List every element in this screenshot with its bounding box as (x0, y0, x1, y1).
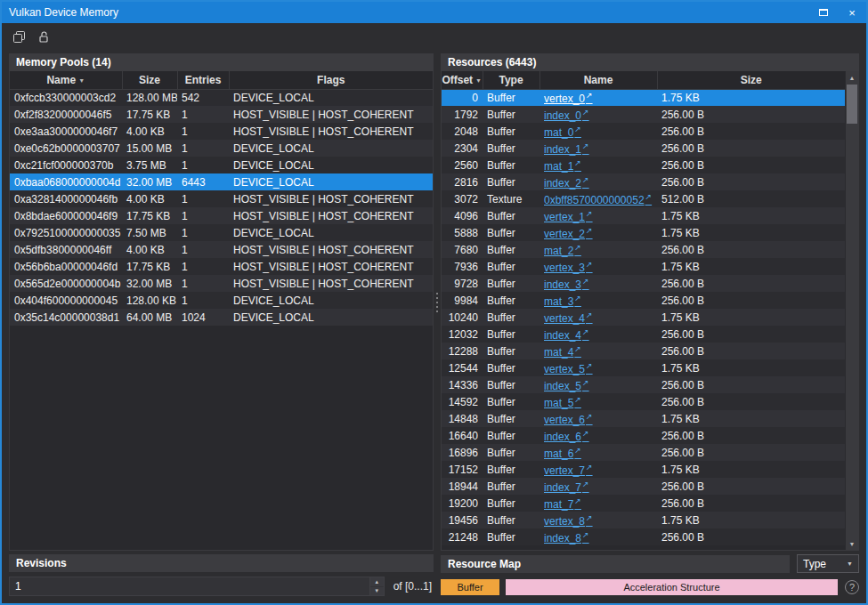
resource-link[interactable]: vertex_4↗ (544, 312, 593, 325)
memory-pools-table: Name▼ Size Entries Flags 0xfccb330000003… (10, 71, 433, 326)
memory-pool-row[interactable]: 0xe0c62b000000370715.00 MB1DEVICE_LOCAL (10, 140, 433, 157)
resource-row[interactable]: 17152Buffervertex_7↗1.75 KB (442, 461, 845, 478)
resource-row[interactable]: 19200Buffermat_7↗256.00 B (442, 495, 845, 512)
resource-row[interactable]: 2816Bufferindex_2↗256.00 B (442, 173, 845, 190)
column-header-pool-name[interactable]: Name▼ (10, 71, 122, 89)
resource-row[interactable]: 16640Bufferindex_6↗256.00 B (442, 427, 845, 444)
spin-down-icon[interactable]: ▼ (370, 586, 384, 596)
resource-link[interactable]: vertex_0↗ (544, 93, 593, 105)
column-label: Name (584, 74, 613, 86)
resource-link[interactable]: index_8↗ (544, 532, 589, 544)
resource-link[interactable]: 0xbff8570000000052↗ (544, 194, 652, 206)
column-header-pool-size[interactable]: Size (122, 71, 177, 89)
resource-link[interactable]: index_1↗ (544, 143, 589, 156)
resource-row[interactable]: 7680Buffermat_2↗256.00 B (442, 241, 845, 258)
resource-row[interactable]: 14592Buffermat_5↗256.00 B (442, 393, 845, 410)
memory-pool-row[interactable]: 0xc21fcf000000370b3.75 MB1DEVICE_LOCAL (10, 157, 433, 173)
resource-link[interactable]: mat_6↗ (544, 448, 581, 460)
resource-link[interactable]: vertex_8↗ (544, 515, 593, 528)
memory-pool-row[interactable]: 0x8bdae600000046f917.75 KB1HOST_VISIBLE … (10, 207, 433, 224)
scrollbar-thumb[interactable] (847, 85, 857, 124)
column-header-pool-flags[interactable]: Flags (229, 71, 433, 89)
spin-up-icon[interactable]: ▲ (370, 577, 384, 586)
resource-row[interactable]: 2304Bufferindex_1↗256.00 B (442, 140, 845, 157)
resource-link[interactable]: vertex_7↗ (544, 464, 593, 477)
resource-row[interactable]: 19456Buffervertex_8↗1.75 KB (442, 512, 845, 528)
resources-scrollbar[interactable]: ▲ ▼ (845, 71, 858, 550)
resource-row[interactable]: 10240Buffervertex_4↗1.75 KB (442, 309, 845, 326)
resource-link[interactable]: index_7↗ (544, 481, 589, 494)
column-header-pool-entries[interactable]: Entries (177, 71, 229, 89)
close-button[interactable]: × (845, 5, 859, 20)
resource-link[interactable]: index_5↗ (544, 380, 589, 392)
memory-pool-row[interactable]: 0xf2f83200000046f517.75 KB1HOST_VISIBLE … (10, 106, 433, 123)
resource-link[interactable]: vertex_1↗ (544, 211, 593, 223)
resource-map-segment[interactable]: Acceleration Structure (506, 579, 838, 595)
memory-pool-row[interactable]: 0xbaa068000000004d32.00 MB6443DEVICE_LOC… (10, 173, 433, 190)
resource-row[interactable]: 21248Bufferindex_8↗256.00 B (442, 528, 845, 545)
resource-row[interactable]: 2048Buffermat_0↗256.00 B (442, 123, 845, 140)
resource-link[interactable]: index_6↗ (544, 431, 589, 443)
resource-link[interactable]: mat_7↗ (544, 498, 581, 511)
resource-row[interactable]: 14336Bufferindex_5↗256.00 B (442, 376, 845, 393)
scroll-down-icon[interactable]: ▼ (846, 537, 858, 550)
panel-splitter[interactable] (434, 53, 441, 551)
resource-link[interactable]: mat_3↗ (544, 295, 581, 308)
resource-row[interactable]: 9728Bufferindex_3↗256.00 B (442, 275, 845, 292)
pool-name-cell: 0xe3aa3000000046f7 (10, 123, 122, 140)
resource-row[interactable]: 14848Buffervertex_6↗1.75 KB (442, 410, 845, 427)
memory-pool-row[interactable]: 0x5dfb3800000046ff4.00 KB1HOST_VISIBLE |… (10, 241, 433, 258)
resource-link[interactable]: mat_0↗ (544, 126, 581, 139)
resource-row[interactable]: 0Buffervertex_0↗1.75 KB (442, 89, 845, 106)
resource-row[interactable]: 18944Bufferindex_7↗256.00 B (442, 478, 845, 495)
resource-link[interactable]: index_2↗ (544, 177, 589, 190)
resource-row[interactable]: 2560Buffermat_1↗256.00 B (442, 157, 845, 173)
resource-link[interactable]: vertex_3↗ (544, 262, 593, 274)
resource-offset-cell: 16640 (442, 427, 483, 444)
resource-row[interactable]: 12544Buffervertex_5↗1.75 KB (442, 359, 845, 376)
resource-row[interactable]: 3072Texture0xbff8570000000052↗512.00 B (442, 190, 845, 207)
scrollbar-track[interactable] (846, 84, 858, 537)
memory-pool-row[interactable]: 0x56b6ba00000046fd17.75 KB1HOST_VISIBLE … (10, 258, 433, 275)
column-header-type[interactable]: Type (483, 71, 539, 89)
resource-row[interactable]: 12288Buffermat_4↗256.00 B (442, 343, 845, 359)
resource-row[interactable]: 16896Buffermat_6↗256.00 B (442, 444, 845, 461)
resource-link[interactable]: mat_4↗ (544, 346, 581, 359)
resource-row[interactable]: 5888Buffervertex_2↗1.75 KB (442, 224, 845, 241)
help-button[interactable]: ? (845, 580, 859, 594)
memory-pool-row[interactable]: 0x35c14c00000038d164.00 MB1024DEVICE_LOC… (10, 309, 433, 326)
resource-row[interactable]: 7936Buffervertex_3↗1.75 KB (442, 258, 845, 275)
column-header-name[interactable]: Name (539, 71, 657, 89)
resource-link[interactable]: mat_5↗ (544, 397, 581, 409)
memory-pool-row[interactable]: 0xe3aa3000000046f74.00 KB1HOST_VISIBLE |… (10, 123, 433, 140)
revision-input[interactable] (10, 577, 369, 595)
column-header-offset[interactable]: Offset▼ (442, 71, 483, 89)
resource-link[interactable]: mat_2↗ (544, 245, 581, 257)
memory-pool-row[interactable]: 0x565d2e000000004b32.00 MB1HOST_VISIBLE … (10, 275, 433, 292)
resource-row[interactable]: 9984Buffermat_3↗256.00 B (442, 292, 845, 309)
resource-link[interactable]: vertex_2↗ (544, 228, 593, 240)
memory-pool-row[interactable]: 0x404f600000000045128.00 KB1DEVICE_LOCAL (10, 292, 433, 309)
memory-pool-row[interactable]: 0xa3281400000046fb4.00 KB1HOST_VISIBLE |… (10, 190, 433, 207)
resource-link[interactable]: vertex_6↗ (544, 414, 593, 426)
resource-row[interactable]: 4096Buffervertex_1↗1.75 KB (442, 207, 845, 224)
resource-link[interactable]: index_0↗ (544, 109, 589, 122)
resource-link[interactable]: index_4↗ (544, 329, 589, 342)
resource-map-segment[interactable]: Buffer (441, 579, 499, 595)
scroll-up-icon[interactable]: ▲ (846, 71, 858, 84)
resource-link[interactable]: vertex_5↗ (544, 363, 593, 375)
clone-window-button[interactable] (9, 27, 28, 46)
memory-pool-row[interactable]: 0x79251000000000357.50 MB1DEVICE_LOCAL (10, 224, 433, 241)
resource-link[interactable]: mat_1↗ (544, 160, 581, 173)
map-type-dropdown[interactable]: Type ▼ (797, 554, 859, 573)
column-header-size[interactable]: Size (657, 71, 845, 89)
resource-row[interactable]: 1792Bufferindex_0↗256.00 B (442, 106, 845, 123)
resource-link[interactable]: index_3↗ (544, 278, 589, 291)
memory-pool-row[interactable]: 0xfccb330000003cd2128.00 MB542DEVICE_LOC… (10, 89, 433, 106)
resource-row[interactable]: 12032Bufferindex_4↗256.00 B (442, 326, 845, 343)
titlebar[interactable]: Vulkan Device Memory × (2, 2, 866, 23)
column-label: Flags (317, 74, 345, 86)
revision-spinbox[interactable]: ▲ ▼ (9, 577, 385, 596)
unlock-button[interactable] (34, 27, 53, 46)
float-window-button[interactable] (816, 5, 831, 20)
